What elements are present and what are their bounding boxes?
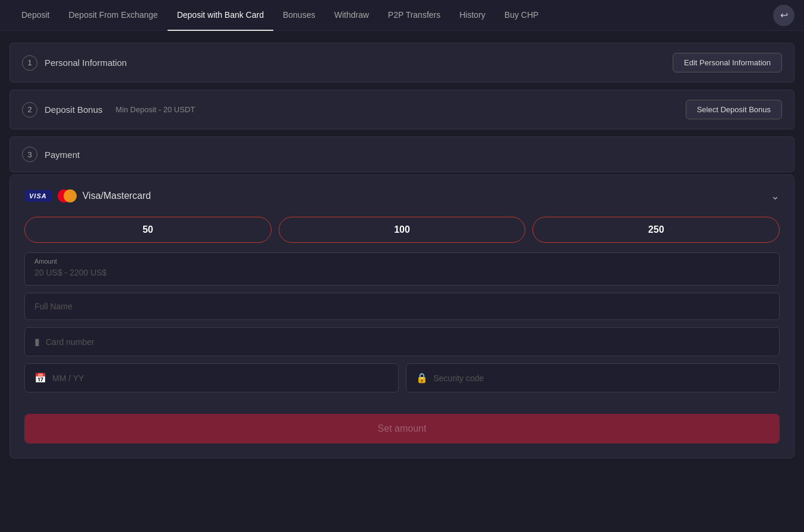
security-code-input[interactable] (434, 373, 770, 383)
step-1-circle: 1 (22, 55, 37, 71)
personal-info-title: Personal Information (45, 58, 127, 68)
nav-item-deposit[interactable]: Deposit (12, 0, 59, 31)
amount-button-250[interactable]: 250 (532, 217, 780, 243)
visa-logo: VISA (24, 190, 52, 202)
nav-bar: Deposit Deposit From Exchange Deposit wi… (0, 0, 804, 31)
expiry-input[interactable] (52, 373, 389, 383)
set-amount-button[interactable]: Set amount (24, 414, 780, 444)
deposit-bonus-title: Deposit Bonus (45, 104, 103, 115)
full-name-input[interactable] (24, 293, 780, 320)
edit-personal-info-button[interactable]: Edit Personal Information (673, 53, 782, 72)
payment-card-header: VISA Visa/Mastercard ⌄ (24, 189, 780, 202)
payment-provider-name: Visa/Mastercard (83, 191, 151, 201)
expiry-wrapper: 📅 (24, 363, 399, 392)
amount-input[interactable] (34, 268, 770, 277)
payment-section-header: 3 Payment (10, 137, 794, 172)
step-2-circle: 2 (22, 102, 37, 118)
amount-field-wrapper: Amount (24, 252, 780, 286)
step-3-circle: 3 (22, 147, 37, 162)
personal-info-section: 1 Personal Information Edit Personal Inf… (10, 43, 794, 83)
calendar-icon: 📅 (34, 372, 46, 384)
security-code-wrapper: 🔒 (406, 363, 780, 392)
payment-card: VISA Visa/Mastercard ⌄ 50 100 250 Amount… (10, 175, 794, 458)
amount-buttons-group: 50 100 250 (24, 217, 780, 243)
card-number-input[interactable] (46, 337, 770, 347)
deposit-bonus-subtitle: Min Deposit - 20 USDT (116, 105, 196, 114)
nav-item-history[interactable]: History (450, 0, 495, 31)
nav-item-p2p[interactable]: P2P Transfers (379, 0, 450, 31)
payment-title: Payment (45, 150, 80, 160)
personal-info-left: 1 Personal Information (22, 55, 127, 71)
deposit-bonus-section: 2 Deposit Bonus Min Deposit - 20 USDT Se… (10, 90, 794, 129)
card-number-wrapper: ▮ (24, 327, 780, 356)
mc-circle-right (64, 189, 77, 202)
nav-item-buy-chp[interactable]: Buy CHP (495, 0, 548, 31)
amount-button-100[interactable]: 100 (279, 217, 526, 243)
expiry-security-row: 📅 🔒 (24, 363, 780, 400)
nav-item-withdraw[interactable]: Withdraw (324, 0, 378, 31)
payment-provider-info: VISA Visa/Mastercard (24, 189, 151, 202)
nav-item-deposit-bank-card[interactable]: Deposit with Bank Card (168, 0, 273, 31)
back-button[interactable]: ↩ (773, 5, 794, 26)
amount-button-50[interactable]: 50 (24, 217, 272, 243)
main-content: 1 Personal Information Edit Personal Inf… (0, 31, 804, 470)
amount-field-label: Amount (34, 258, 770, 265)
mastercard-logo (58, 189, 77, 202)
nav-item-bonuses[interactable]: Bonuses (273, 0, 324, 31)
lock-icon: 🔒 (416, 372, 428, 384)
chevron-down-icon[interactable]: ⌄ (771, 189, 780, 202)
deposit-bonus-left: 2 Deposit Bonus Min Deposit - 20 USDT (22, 102, 195, 118)
nav-item-deposit-exchange[interactable]: Deposit From Exchange (59, 0, 167, 31)
select-deposit-bonus-button[interactable]: Select Deposit Bonus (686, 100, 782, 119)
card-icon: ▮ (34, 336, 40, 347)
